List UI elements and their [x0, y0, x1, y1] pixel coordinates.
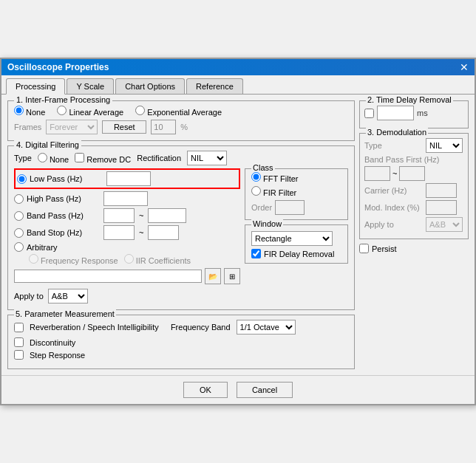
- discontinuity-row: Discontinuity: [14, 337, 348, 347]
- band-pass-input1[interactable]: 0: [103, 208, 135, 223]
- percent-symbol: %: [180, 123, 188, 131]
- demod-apply-row: Apply to A&B: [364, 217, 463, 232]
- left-panel: 1. Inter-Frame Processing None Linear Av…: [7, 100, 355, 369]
- time-delay-input[interactable]: 0: [377, 106, 414, 120]
- band-pass-input2[interactable]: 200000: [148, 208, 186, 223]
- load-icon-button[interactable]: 📂: [205, 268, 221, 284]
- iir-coeff-label[interactable]: IIR Coefficients: [124, 254, 191, 265]
- fft-filter-label[interactable]: FFT Filter: [251, 172, 341, 183]
- demod-mod-index-input[interactable]: 0: [426, 200, 457, 215]
- fir-delay-checkbox[interactable]: [251, 249, 261, 258]
- filter-left: Low Pass (Hz) 2000 High Pass (Hz) 0: [14, 168, 240, 303]
- time-delay-checkbox[interactable]: [364, 109, 374, 118]
- discontinuity-label: Discontinuity: [30, 338, 75, 347]
- grid-icon-button[interactable]: ⊞: [224, 268, 240, 284]
- filter-none-radio[interactable]: [38, 153, 47, 162]
- oscilloscope-properties-window: Oscilloscope Properties ✕ Processing Y S…: [0, 58, 476, 405]
- high-pass-input[interactable]: 0: [103, 191, 148, 206]
- arbitrary-radio[interactable]: [14, 242, 24, 252]
- arbitrary-label: Arbitrary: [27, 243, 101, 252]
- persist-label: Persist: [372, 244, 397, 253]
- apply-to-row: Apply to A&B: [14, 289, 240, 303]
- demodulation-title: 3. Demodulation: [366, 128, 428, 137]
- reset-button[interactable]: Reset: [102, 120, 146, 134]
- inter-frame-group: 1. Inter-Frame Processing None Linear Av…: [7, 100, 355, 141]
- tab-reference[interactable]: Reference: [186, 78, 243, 94]
- reverb-checkbox[interactable]: [14, 323, 24, 332]
- band-stop-label: Band Stop (Hz): [27, 228, 101, 237]
- demod-carrier-label: Carrier (Hz): [364, 186, 424, 195]
- linear-avg-radio-label[interactable]: Linear Average: [57, 106, 123, 117]
- digital-filter-title: 4. Digital Filtering: [14, 140, 81, 149]
- freq-response-label[interactable]: Frequency Response: [29, 254, 118, 265]
- demod-type-select[interactable]: NIL: [426, 138, 463, 153]
- class-group: Class FFT Filter FIR Filter Order: [245, 168, 348, 220]
- low-pass-radio[interactable]: [17, 174, 27, 184]
- high-pass-radio[interactable]: [14, 194, 24, 204]
- order-input[interactable]: 32: [275, 200, 305, 215]
- apply-to-label: Apply to: [14, 292, 44, 301]
- rectification-select[interactable]: NIL: [187, 151, 227, 165]
- inter-frame-title: 1. Inter-Frame Processing: [14, 95, 112, 104]
- band-stop-input1[interactable]: 0: [103, 225, 135, 240]
- fft-filter-radio[interactable]: [251, 172, 261, 182]
- filter-none-label[interactable]: None: [38, 153, 69, 164]
- tab-yscale[interactable]: Y Scale: [67, 78, 114, 94]
- ok-button[interactable]: OK: [183, 382, 228, 398]
- step-response-row: Step Response: [14, 350, 348, 360]
- tab-processing[interactable]: Processing: [6, 78, 65, 95]
- freq-response-radio[interactable]: [29, 254, 38, 264]
- time-delay-group: 2. Time Delay Removal 0 ms: [359, 100, 469, 128]
- none-radio[interactable]: [14, 106, 24, 115]
- persist-checkbox[interactable]: [359, 244, 369, 253]
- demod-bp-inputs-row: 0 ~ 0: [364, 166, 463, 181]
- discontinuity-checkbox[interactable]: [14, 337, 24, 347]
- order-label: Order: [251, 203, 272, 212]
- low-pass-label: Low Pass (Hz): [30, 174, 103, 183]
- arbitrary-row: Arbitrary: [14, 242, 240, 252]
- frames-select[interactable]: Forever: [46, 120, 98, 134]
- band-pass-row: Band Pass (Hz) 0 ~ 200000: [14, 208, 240, 223]
- demodulation-group: 3. Demodulation Type NIL Band Pass First…: [359, 133, 469, 239]
- right-panel: 2. Time Delay Removal 0 ms 3. Demodulati…: [359, 100, 469, 369]
- exp-avg-radio-label[interactable]: Exponential Average: [135, 106, 222, 117]
- window-select[interactable]: Rectangle: [251, 231, 333, 246]
- fir-filter-radio[interactable]: [251, 186, 261, 196]
- low-pass-input[interactable]: 2000: [106, 171, 151, 186]
- rectification-label: Rectification: [137, 154, 181, 162]
- fir-delay-label: FIR Delay Removal: [264, 250, 334, 258]
- exp-avg-radio[interactable]: [135, 106, 145, 115]
- type-label: Type: [14, 154, 32, 162]
- freq-band-select[interactable]: 1/1 Octave: [237, 320, 296, 335]
- time-delay-row: 0 ms: [364, 106, 463, 120]
- remove-dc-checkbox[interactable]: [75, 153, 84, 162]
- band-pass-radio[interactable]: [14, 211, 24, 221]
- tab-chartoptions[interactable]: Chart Options: [115, 78, 185, 94]
- time-delay-title: 2. Time Delay Removal: [366, 95, 453, 104]
- demod-mod-index-label: Mod. Index (%): [364, 203, 424, 212]
- linear-avg-radio[interactable]: [57, 106, 67, 115]
- filter-panels: Low Pass (Hz) 2000 High Pass (Hz) 0: [14, 168, 348, 303]
- demod-bp-label-row: Band Pass First (Hz): [364, 155, 463, 164]
- fir-filter-label[interactable]: FIR Filter: [251, 186, 341, 197]
- band-stop-input2[interactable]: 0: [148, 225, 179, 240]
- window-title-label: Window: [251, 219, 283, 228]
- demod-bp-input2[interactable]: 0: [399, 166, 425, 181]
- cancel-button[interactable]: Cancel: [237, 382, 293, 398]
- content-area: 1. Inter-Frame Processing None Linear Av…: [1, 95, 475, 375]
- remove-dc-label[interactable]: Remove DC: [75, 153, 131, 164]
- high-pass-row: High Pass (Hz) 0: [14, 191, 240, 206]
- iir-coeff-radio[interactable]: [124, 254, 134, 264]
- step-response-checkbox[interactable]: [14, 350, 24, 360]
- demod-apply-select[interactable]: A&B: [426, 217, 463, 232]
- demod-bp-input1[interactable]: 0: [364, 166, 390, 181]
- apply-to-select[interactable]: A&B: [48, 289, 88, 303]
- demod-carrier-input[interactable]: 0: [426, 183, 457, 198]
- exp-avg-percent-input[interactable]: 10: [151, 120, 176, 134]
- band-stop-radio[interactable]: [14, 228, 24, 238]
- step-response-label: Step Response: [30, 351, 85, 360]
- filter-type-row: Type None Remove DC Rectification NIL: [14, 151, 348, 165]
- none-radio-label[interactable]: None: [14, 106, 45, 117]
- close-button[interactable]: ✕: [460, 62, 469, 72]
- window-group: Window Rectangle FIR Delay Removal: [245, 224, 348, 264]
